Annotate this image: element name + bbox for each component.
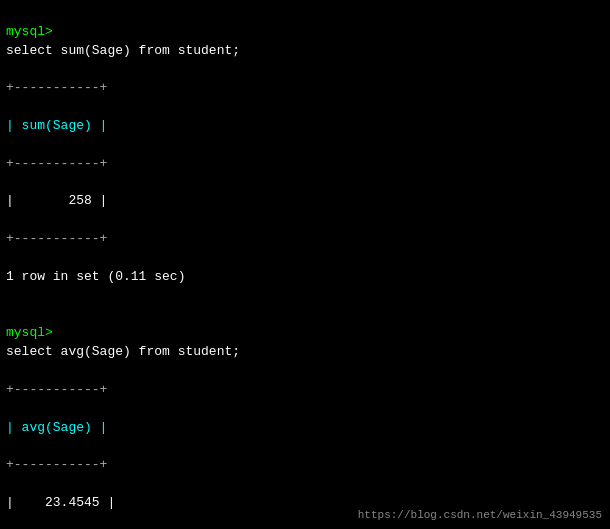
block1-border-mid: +-----------+	[6, 156, 107, 171]
block1-command: select sum(Sage) from student;	[6, 43, 240, 58]
terminal-window: mysql> select sum(Sage) from student; +-…	[6, 4, 604, 529]
block1-border-top: +-----------+	[6, 80, 107, 95]
block1-header: | sum(Sage) |	[6, 118, 107, 133]
block2-border-top: +-----------+	[6, 382, 107, 397]
block1-prompt: mysql>	[6, 24, 61, 39]
block1-data: | 258 |	[6, 193, 107, 208]
block2-border-mid: +-----------+	[6, 457, 107, 472]
block1-result: 1 row in set (0.11 sec)	[6, 269, 185, 284]
block2-prompt: mysql>	[6, 325, 61, 340]
watermark: https://blog.csdn.net/weixin_43949535	[358, 509, 602, 521]
block2-header: | avg(Sage) |	[6, 420, 107, 435]
block2-data: | 23.4545 |	[6, 495, 115, 510]
block1-border-bot: +-----------+	[6, 231, 107, 246]
block2-command: select avg(Sage) from student;	[6, 344, 240, 359]
